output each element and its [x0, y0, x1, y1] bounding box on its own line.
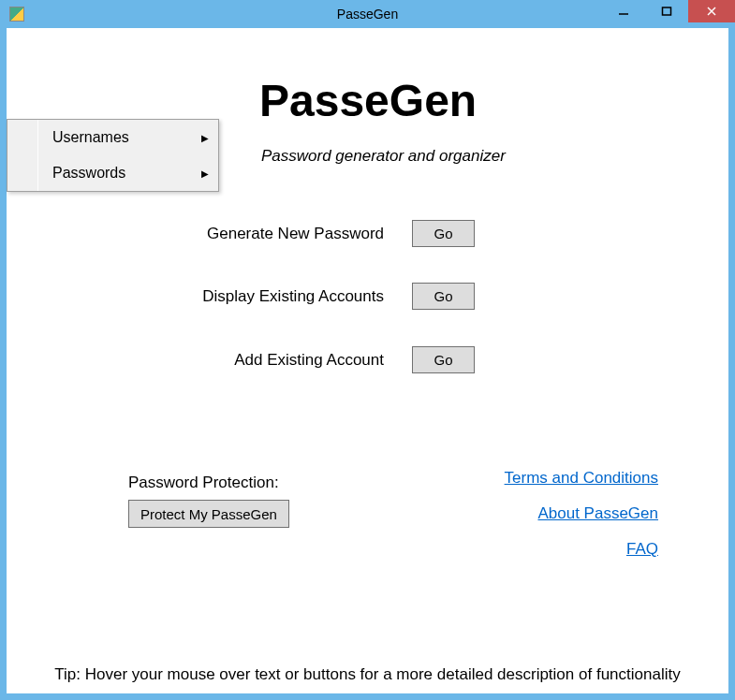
window-controls	[602, 0, 735, 24]
menu-item-passwords[interactable]: Passwords ▶	[7, 155, 218, 191]
link-faq[interactable]: FAQ	[505, 540, 658, 559]
menu-item-label: Passwords	[52, 165, 125, 182]
action-row-add: Add Existing Account Go	[222, 346, 475, 373]
app-window: PasseGen Usernames ▶ Passwords ▶	[0, 0, 735, 700]
go-button-generate[interactable]: Go	[412, 220, 475, 247]
action-row-display: Display Existing Accounts Go	[192, 283, 475, 310]
action-label-generate: Generate New Password	[197, 225, 384, 243]
tip-text: Tip: Hover your mouse over text or butto…	[7, 665, 728, 684]
link-about[interactable]: About PasseGen	[505, 504, 658, 523]
action-row-generate: Generate New Password Go	[197, 220, 475, 247]
action-label-add: Add Existing Account	[222, 351, 384, 370]
protect-button[interactable]: Protect My PasseGen	[128, 500, 289, 528]
links-section: Terms and Conditions About PasseGen FAQ	[505, 469, 658, 576]
client-area: Usernames ▶ Passwords ▶ PasseGen Passwor…	[7, 28, 728, 693]
go-button-display[interactable]: Go	[412, 283, 475, 310]
menu-item-label: Usernames	[52, 129, 129, 146]
app-subtitle: Password generator and organizer	[261, 147, 506, 166]
menu-popup: Usernames ▶ Passwords ▶	[7, 119, 219, 192]
submenu-arrow-icon: ▶	[201, 168, 209, 179]
svg-rect-1	[663, 7, 671, 15]
link-terms[interactable]: Terms and Conditions	[505, 469, 658, 488]
go-button-add[interactable]: Go	[412, 346, 475, 373]
minimize-button[interactable]	[602, 0, 645, 22]
close-button[interactable]	[688, 0, 735, 22]
window-title: PasseGen	[337, 7, 398, 22]
action-label-display: Display Existing Accounts	[192, 287, 384, 306]
menu-item-usernames[interactable]: Usernames ▶	[7, 120, 218, 155]
protection-label: Password Protection:	[128, 474, 289, 492]
app-title: PasseGen	[259, 75, 477, 126]
titlebar: PasseGen	[0, 0, 735, 28]
app-icon	[9, 7, 24, 22]
protection-section: Password Protection: Protect My PasseGen	[128, 474, 289, 528]
maximize-button[interactable]	[645, 0, 688, 22]
submenu-arrow-icon: ▶	[201, 133, 209, 143]
